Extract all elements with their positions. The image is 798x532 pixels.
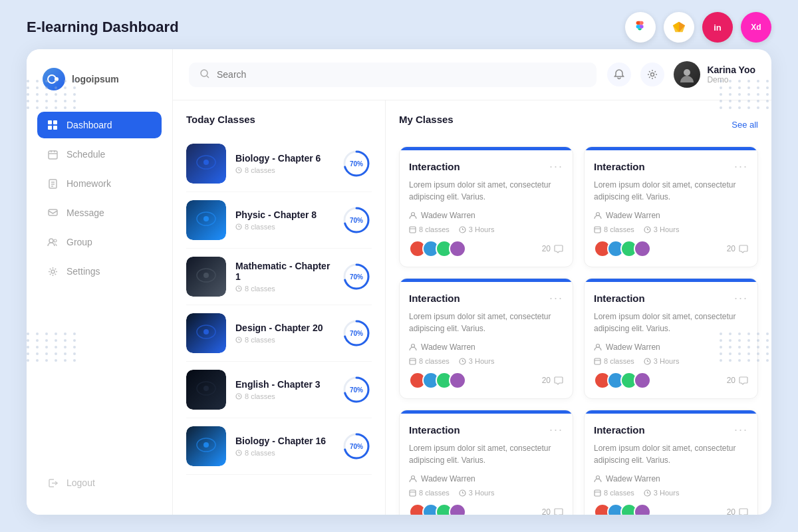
sidebar-item-settings[interactable]: Settings [37, 258, 162, 285]
figma-icon[interactable] [625, 12, 656, 43]
class-sub: 8 classes [235, 285, 332, 293]
class-item[interactable]: Biology - Chapter 6 8 classes 70% [186, 136, 372, 192]
svg-line-23 [207, 76, 209, 78]
homework-label: Homework [66, 178, 111, 189]
class-item[interactable]: Mathematic - Chapter 1 8 classes 70% [186, 249, 372, 305]
search-input[interactable] [217, 69, 586, 80]
class-name: Biology - Chapter 16 [235, 436, 332, 446]
avatars-row [594, 372, 651, 389]
classes-stat: 8 classes [594, 357, 634, 365]
svg-point-37 [203, 216, 209, 221]
dot-decoration-left2 [27, 332, 78, 362]
progress-circle: 70% [341, 318, 372, 348]
class-item[interactable]: Design - Chapter 20 8 classes 70% [186, 305, 372, 362]
class-info: Biology - Chapter 6 8 classes [235, 153, 332, 174]
avatars-row [594, 240, 651, 257]
card-author: Wadew Warren [594, 211, 748, 220]
classes-stat: 8 classes [409, 489, 450, 497]
svg-rect-99 [595, 358, 600, 364]
sidebar-item-homework[interactable]: Homework [37, 170, 162, 197]
content-area: Karina Yoo Demo Today Classes [173, 49, 771, 515]
invision-icon[interactable]: in [702, 12, 733, 43]
settings-button[interactable] [640, 63, 664, 86]
card-body: Interaction ··· Lorem ipsum dolor sit am… [585, 150, 757, 267]
chat-count: 20 [727, 376, 735, 385]
see-all-button[interactable]: See all [732, 120, 758, 130]
class-thumbnail [186, 426, 226, 466]
class-list: Biology - Chapter 6 8 classes 70% [186, 136, 372, 475]
card-title: Interaction [409, 293, 460, 304]
svg-point-46 [203, 273, 209, 278]
classes-stat: 8 classes [594, 489, 634, 497]
user-name: Karina Yoo [707, 65, 755, 75]
card-menu-button[interactable]: ··· [549, 423, 563, 437]
svg-text:70%: 70% [350, 330, 363, 337]
class-sub: 8 classes [235, 336, 332, 344]
svg-rect-111 [595, 490, 600, 496]
sidebar-item-group[interactable]: Group [37, 229, 162, 255]
mini-avatar [449, 372, 466, 389]
card-body: Interaction ··· Lorem ipsum dolor sit am… [400, 414, 573, 515]
class-item[interactable]: English - Chapter 3 8 classes 70% [186, 362, 372, 418]
svg-point-55 [203, 329, 209, 334]
card-header: Interaction ··· [409, 160, 563, 174]
my-classes-panel: My Classes See all Interaction ··· Lorem… [386, 100, 771, 515]
svg-point-18 [49, 239, 53, 243]
card-footer: 20 [409, 240, 563, 257]
card-header: Interaction ··· [409, 423, 563, 437]
main-content: Today Classes Biology - Chapter 6 [173, 100, 771, 515]
message-label: Message [66, 207, 104, 218]
class-card[interactable]: Interaction ··· Lorem ipsum dolor sit am… [399, 146, 573, 267]
svg-point-25 [684, 69, 690, 76]
class-name: Design - Chapter 20 [235, 323, 332, 333]
tool-icons: in Xd [625, 12, 771, 43]
chat-count: 20 [542, 507, 551, 515]
card-stats: 8 classes 3 Hours [409, 357, 563, 365]
card-stats: 8 classes 3 Hours [594, 225, 748, 233]
logout-icon [47, 477, 59, 489]
notification-button[interactable] [607, 63, 631, 86]
search-bar[interactable] [189, 63, 597, 87]
sidebar-item-dashboard[interactable]: Dashboard [37, 112, 162, 138]
card-author: Wadew Warren [409, 211, 563, 220]
card-menu-button[interactable]: ··· [734, 423, 748, 437]
class-item[interactable]: Physic - Chapter 8 8 classes 70% [186, 192, 372, 249]
dot-decoration-left [27, 80, 78, 109]
class-card[interactable]: Interaction ··· Lorem ipsum dolor sit am… [399, 278, 573, 399]
top-bar: E-learning Dashboard in Xd [0, 0, 798, 49]
sidebar: logoipsum Dashboard [27, 49, 173, 515]
class-item[interactable]: Biology - Chapter 16 8 classes 70% [186, 418, 372, 475]
class-card[interactable]: Interaction ··· Lorem ipsum dolor sit am… [399, 410, 573, 515]
card-header: Interaction ··· [594, 423, 748, 437]
card-footer: 20 [594, 372, 748, 389]
chat-info: 20 [542, 507, 563, 515]
mini-avatar [449, 240, 466, 257]
card-menu-button[interactable]: ··· [734, 291, 748, 305]
chat-info: 20 [727, 244, 748, 253]
card-menu-button[interactable]: ··· [549, 160, 563, 174]
svg-rect-9 [49, 151, 57, 159]
svg-point-64 [203, 386, 209, 391]
card-menu-button[interactable]: ··· [734, 160, 748, 174]
classes-stat: 8 classes [409, 357, 450, 365]
chat-count: 20 [727, 244, 735, 253]
class-thumbnail [186, 257, 226, 297]
class-card[interactable]: Interaction ··· Lorem ipsum dolor sit am… [584, 146, 758, 267]
classes-stat: 8 classes [594, 225, 634, 233]
xd-icon[interactable]: Xd [741, 12, 771, 43]
card-body: Interaction ··· Lorem ipsum dolor sit am… [400, 282, 573, 398]
chat-count: 20 [727, 507, 735, 515]
card-description: Lorem ipsum dolor sit amet, consectetur … [409, 442, 563, 466]
sidebar-item-schedule[interactable]: Schedule [37, 141, 162, 168]
dot-decoration-right2 [720, 332, 771, 362]
svg-text:70%: 70% [350, 273, 363, 281]
card-header: Interaction ··· [409, 291, 563, 305]
class-info: Design - Chapter 20 8 classes [235, 323, 332, 344]
progress-circle: 70% [341, 374, 372, 405]
sketch-icon[interactable] [664, 12, 694, 43]
sidebar-item-logout[interactable]: Logout [37, 469, 162, 496]
card-menu-button[interactable]: ··· [549, 291, 563, 305]
sidebar-item-message[interactable]: Message [37, 200, 162, 226]
class-card[interactable]: Interaction ··· Lorem ipsum dolor sit am… [584, 410, 758, 515]
class-name: English - Chapter 3 [235, 379, 332, 390]
